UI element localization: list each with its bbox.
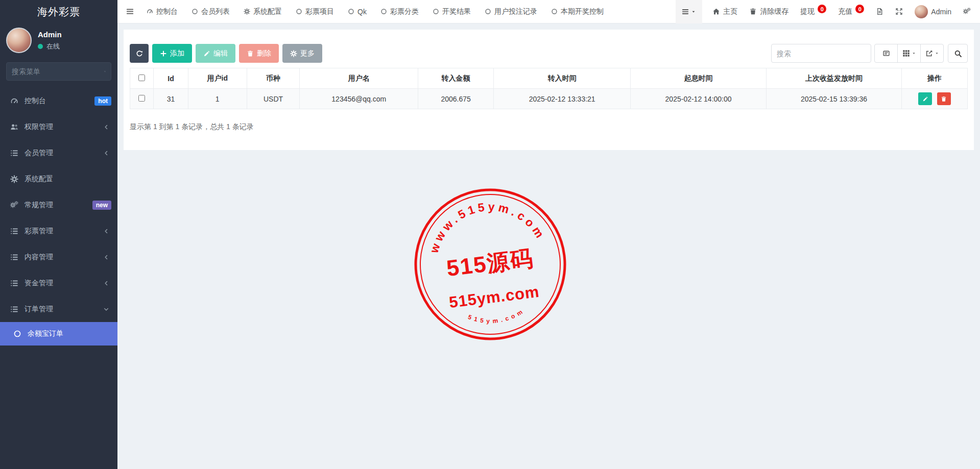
tachometer-icon xyxy=(147,8,153,15)
sidebar-item-general[interactable]: 常规管理 new xyxy=(0,192,117,218)
avatar[interactable] xyxy=(6,28,32,53)
circle-icon xyxy=(296,8,302,15)
settings-button[interactable] xyxy=(963,8,971,15)
add-label: 添加 xyxy=(170,49,184,58)
docs-button[interactable] xyxy=(876,8,883,15)
list-icon xyxy=(10,227,18,235)
chevron-left-icon xyxy=(103,280,109,286)
withdraw-button[interactable]: 提现 0 xyxy=(800,7,826,16)
trash-icon xyxy=(749,8,757,15)
content-panel: 添加 编辑 删除 更多 xyxy=(124,30,974,150)
export-button[interactable] xyxy=(920,44,944,63)
sidebar-item-label: 余额宝订单 xyxy=(28,329,63,338)
sidebar-item-content[interactable]: 内容管理 xyxy=(0,244,117,270)
refresh-button[interactable] xyxy=(130,44,149,63)
home-button[interactable]: 主页 xyxy=(712,7,737,16)
sidebar-item-members[interactable]: 会员管理 xyxy=(0,140,117,166)
svg-text:515ym.com: 515ym.com xyxy=(466,306,528,328)
circle-icon xyxy=(433,8,439,15)
fullscreen-button[interactable] xyxy=(895,8,903,15)
column-header-amount: 转入金额 xyxy=(418,68,494,89)
topbar-user[interactable]: Admin xyxy=(915,5,951,18)
export-icon xyxy=(925,50,933,57)
recharge-count-badge: 0 xyxy=(855,5,864,13)
more-button[interactable]: 更多 xyxy=(282,44,322,63)
clear-cache-button[interactable]: 清除缓存 xyxy=(749,7,788,16)
trash-icon xyxy=(247,50,254,57)
gear-icon xyxy=(10,175,18,183)
tab-draw-results[interactable]: 开奖结果 xyxy=(433,7,471,16)
gear-icon xyxy=(290,50,297,57)
caret-down-icon xyxy=(912,51,916,56)
tab-label: 系统配置 xyxy=(253,7,282,16)
clear-cache-label: 清除缓存 xyxy=(760,7,788,16)
row-checkbox[interactable] xyxy=(138,95,145,102)
column-header-username: 用户名 xyxy=(300,68,418,89)
delete-button[interactable]: 删除 xyxy=(239,44,279,63)
cell-currency: USDT xyxy=(247,89,300,109)
tab-draw-control[interactable]: 本期开奖控制 xyxy=(551,7,604,16)
edit-label: 编辑 xyxy=(213,49,228,58)
more-label: 更多 xyxy=(300,49,315,58)
cogs-icon xyxy=(10,201,18,209)
stamp-bottom-text: 515ym.com xyxy=(466,306,528,328)
sidebar-item-yuebao-orders[interactable]: 余额宝订单 xyxy=(0,322,117,345)
table-search-input[interactable] xyxy=(771,44,871,63)
menu-toggle-icon[interactable] xyxy=(126,8,134,15)
chevron-down-icon xyxy=(103,306,109,312)
sidebar-item-orders[interactable]: 订单管理 xyxy=(0,296,117,322)
withdraw-label: 提现 xyxy=(800,7,815,16)
column-header-actions: 操作 xyxy=(901,68,967,89)
tab-lottery-projects[interactable]: 彩票项目 xyxy=(296,7,334,16)
sidebar-item-funds[interactable]: 资金管理 xyxy=(0,270,117,296)
tabs-dropdown-button[interactable] xyxy=(676,0,702,23)
search-icon[interactable] xyxy=(104,68,106,75)
sidebar-item-label: 会员管理 xyxy=(25,149,53,158)
online-status-dot xyxy=(38,44,43,49)
select-all-checkbox[interactable] xyxy=(138,75,145,81)
cell-actions xyxy=(901,89,967,109)
sidebar-item-system-config[interactable]: 系统配置 xyxy=(0,166,117,192)
stamp-sub-text: 515ym.com xyxy=(448,283,540,311)
sidebar-item-dashboard[interactable]: 控制台 hot xyxy=(0,88,117,114)
topbar-username: Admin xyxy=(931,8,951,16)
tab-bet-records[interactable]: 用户投注记录 xyxy=(485,7,537,16)
home-icon xyxy=(712,8,720,15)
pagination-summary: 显示第 1 到第 1 条记录，总共 1 条记录 xyxy=(130,122,968,132)
new-badge: new xyxy=(92,201,111,210)
cell-id: 31 xyxy=(154,89,188,109)
tab-dashboard[interactable]: 控制台 xyxy=(147,7,178,16)
caret-down-icon xyxy=(935,51,939,56)
tab-qk[interactable]: Qk xyxy=(348,8,367,16)
sidebar-search xyxy=(6,62,111,81)
sidebar-item-permissions[interactable]: 权限管理 xyxy=(0,114,117,140)
tab-lottery-categories[interactable]: 彩票分类 xyxy=(380,7,419,16)
tab-member-list[interactable]: 会员列表 xyxy=(192,7,230,16)
column-header-last-payout-time: 上次收益发放时间 xyxy=(767,68,902,89)
sidebar-search-input[interactable] xyxy=(12,67,104,76)
sidebar-item-label: 控制台 xyxy=(25,96,46,106)
tab-label: Qk xyxy=(357,8,367,16)
sidebar-item-label: 资金管理 xyxy=(25,279,53,288)
detail-view-button[interactable] xyxy=(874,44,898,63)
search-toggle-button[interactable] xyxy=(948,44,968,63)
row-delete-button[interactable] xyxy=(937,92,951,105)
edit-button[interactable]: 编辑 xyxy=(196,44,235,63)
table-row[interactable]: 31 1 USDT 123456@qq.com 2006.675 2025-02… xyxy=(130,89,968,109)
topbar-tabs: 控制台 会员列表 系统配置 彩票项目 Qk xyxy=(147,7,604,16)
page-content: 添加 编辑 删除 更多 xyxy=(117,30,980,150)
row-select-cell xyxy=(130,89,154,109)
sidebar: 海外彩票 Admin 在线 控制台 hot 权限管理 xyxy=(0,0,117,469)
sidebar-menu: 控制台 hot 权限管理 会员管理 系统配置 常规管理 new xyxy=(0,88,117,345)
row-edit-button[interactable] xyxy=(918,92,932,105)
list-icon xyxy=(10,149,18,157)
sidebar-item-lottery[interactable]: 彩票管理 xyxy=(0,218,117,244)
columns-button[interactable] xyxy=(897,44,921,63)
select-all-cell xyxy=(130,68,154,89)
recharge-button[interactable]: 充值 0 xyxy=(838,7,864,16)
add-button[interactable]: 添加 xyxy=(152,44,192,63)
home-label: 主页 xyxy=(723,7,737,16)
tab-system-config[interactable]: 系统配置 xyxy=(244,7,282,16)
gear-icon xyxy=(244,8,250,15)
recharge-label: 充值 xyxy=(838,7,852,16)
